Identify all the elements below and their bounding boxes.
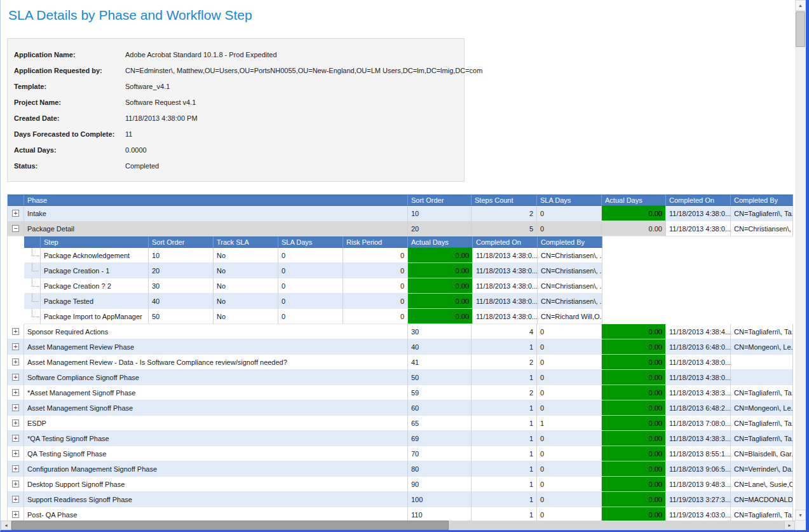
completed-on-cell: 11/18/2013 9:06:5... bbox=[666, 461, 731, 477]
sla-days-cell: 0 bbox=[537, 324, 602, 339]
sla-days-cell: 0 bbox=[537, 492, 602, 507]
actual-days-cell: 0.00 bbox=[602, 400, 666, 416]
step-col-header-step: Step bbox=[41, 236, 149, 248]
actual-days-cell: 0.00 bbox=[602, 416, 666, 431]
sort-order-cell: 65 bbox=[408, 416, 472, 431]
phase-cell: QA Testing Signoff Phase bbox=[24, 446, 408, 461]
phase-row: +Post- QA Phase110100.0011/19/2013 4:03:… bbox=[8, 507, 793, 521]
completed-by-cell: CN=Christiansen\, ... bbox=[731, 221, 793, 236]
vertical-scrollbar[interactable]: ▲ ▼ bbox=[795, 0, 806, 521]
sort-order-cell: 50 bbox=[408, 370, 472, 385]
phase-row: +Asset Management Review - Data - Is Sof… bbox=[8, 355, 793, 370]
sort-order-cell: 110 bbox=[408, 507, 472, 521]
sort-order-cell: 20 bbox=[149, 263, 214, 278]
sort-order-cell: 30 bbox=[149, 278, 214, 294]
horizontal-scroll-thumb[interactable] bbox=[11, 521, 449, 530]
tree-line-icon bbox=[32, 278, 39, 287]
step-row: Package Acknowledgement10No000.0011/18/2… bbox=[24, 248, 602, 263]
scroll-down-button[interactable]: ▼ bbox=[795, 510, 806, 521]
phase-row: +ESDP65110.0011/18/2013 7:08:0...CN=Tagl… bbox=[8, 416, 793, 431]
track-sla-cell: No bbox=[214, 278, 278, 294]
horizontal-scrollbar[interactable]: ◄ ► bbox=[1, 521, 795, 530]
expand-icon[interactable]: + bbox=[12, 496, 19, 503]
sort-order-cell: 50 bbox=[149, 309, 214, 324]
expand-cell: + bbox=[8, 355, 24, 370]
info-value: Software_v4.1 bbox=[125, 83, 170, 90]
sla-days-cell: 0 bbox=[537, 461, 602, 477]
info-value: Software Request v4.1 bbox=[125, 99, 196, 106]
sla-days-cell: 1 bbox=[537, 416, 602, 431]
step-col-header-actual-days: Actual Days bbox=[408, 236, 473, 248]
sla-days-cell: 0 bbox=[278, 294, 343, 309]
report-content: SLA Details by Phase and Workflow Step A… bbox=[1, 0, 795, 521]
tree-connector-cell bbox=[24, 248, 41, 263]
phase-row: +Sponsor Required Actions30400.0011/18/2… bbox=[8, 324, 793, 339]
expand-icon[interactable]: + bbox=[12, 389, 19, 396]
phase-row: +Intake10200.0011/18/2013 4:38:0...CN=Ta… bbox=[8, 206, 793, 221]
expand-icon[interactable]: + bbox=[12, 358, 19, 365]
steps-count-cell: 2 bbox=[472, 355, 537, 370]
expand-icon[interactable]: + bbox=[12, 328, 19, 335]
completed-on-cell: 11/18/2013 4:38:0... bbox=[666, 355, 731, 370]
phase-row: +Software Compliance Signoff Phase50100.… bbox=[8, 370, 793, 385]
expand-cell: + bbox=[8, 339, 24, 355]
phase-row: +Asset Management Review Phase40100.0011… bbox=[8, 339, 793, 355]
expand-icon[interactable]: + bbox=[12, 450, 19, 457]
completed-on-cell: 11/18/2013 4:38:0... bbox=[666, 221, 731, 236]
phase-table: PhaseSort OrderSteps CountSLA DaysActual… bbox=[7, 194, 793, 521]
steps-count-cell: 1 bbox=[472, 492, 537, 507]
sla-days-cell: 0 bbox=[537, 400, 602, 416]
tree-line-icon bbox=[32, 309, 39, 317]
steps-count-cell: 1 bbox=[472, 431, 537, 446]
expand-icon[interactable]: + bbox=[12, 481, 19, 488]
completed-on-cell: 11/18/2013 4:38:0... bbox=[473, 248, 538, 263]
col-header-expand bbox=[8, 194, 24, 206]
risk-period-cell: 0 bbox=[343, 248, 408, 263]
info-label: Actual Days: bbox=[14, 146, 118, 154]
tree-line-icon bbox=[32, 294, 39, 302]
info-value: 0.0000 bbox=[125, 146, 147, 154]
info-value: Completed bbox=[125, 162, 159, 170]
page-title: SLA Details by Phase and Workflow Step bbox=[8, 8, 795, 23]
sla-days-cell: 0 bbox=[537, 431, 602, 446]
collapse-icon[interactable]: − bbox=[12, 225, 19, 232]
info-row: Status:Completed bbox=[14, 158, 458, 174]
sla-days-cell: 0 bbox=[278, 263, 343, 278]
expand-icon[interactable]: + bbox=[12, 374, 19, 381]
expand-icon[interactable]: + bbox=[12, 465, 19, 472]
steps-count-cell: 1 bbox=[472, 446, 537, 461]
expand-cell: + bbox=[8, 416, 24, 431]
scroll-up-button[interactable]: ▲ bbox=[795, 0, 806, 11]
info-row: Actual Days:0.0000 bbox=[14, 142, 458, 158]
actual-days-cell: 0.00 bbox=[602, 477, 666, 492]
step-table-header: StepSort OrderTrack SLASLA DaysRisk Peri… bbox=[24, 236, 602, 248]
completed-by-cell: CN=Mongeon\, Le... bbox=[731, 339, 793, 355]
phase-cell: Asset Management Review Phase bbox=[24, 339, 408, 355]
scroll-right-icon: ► bbox=[787, 523, 792, 528]
actual-days-cell: 0.00 bbox=[602, 385, 666, 400]
completed-on-cell: 11/18/2013 4:38:0... bbox=[666, 206, 731, 221]
scroll-left-button[interactable]: ◄ bbox=[1, 521, 11, 530]
expand-icon[interactable]: + bbox=[12, 511, 19, 518]
info-value: Adobe Acrobat Standard 10.1.8 - Prod Exp… bbox=[125, 51, 277, 58]
steps-count-cell: 5 bbox=[472, 221, 537, 236]
completed-by-cell bbox=[731, 370, 793, 385]
actual-days-cell: 0.00 bbox=[602, 324, 666, 339]
completed-on-cell: 11/18/2013 9:48:3... bbox=[666, 477, 731, 492]
risk-period-cell: 0 bbox=[343, 294, 408, 309]
info-value: 11/18/2013 4:38:00 PM bbox=[125, 114, 198, 122]
expand-icon[interactable]: + bbox=[12, 419, 19, 426]
expand-icon[interactable]: + bbox=[12, 435, 19, 442]
expand-icon[interactable]: + bbox=[12, 210, 19, 217]
expand-icon[interactable]: + bbox=[12, 343, 19, 350]
expand-icon[interactable]: + bbox=[12, 404, 19, 411]
vertical-scroll-thumb[interactable] bbox=[796, 11, 805, 47]
sort-order-cell: 60 bbox=[408, 400, 472, 416]
actual-days-cell: 0.00 bbox=[602, 221, 666, 236]
phase-cell: Support Readiness Signoff Phase bbox=[24, 492, 408, 507]
scroll-right-button[interactable]: ► bbox=[784, 521, 795, 530]
sort-order-cell: 41 bbox=[408, 355, 472, 370]
expand-cell: + bbox=[8, 206, 24, 221]
phase-cell: Software Compliance Signoff Phase bbox=[24, 370, 408, 385]
expand-cell: + bbox=[8, 446, 24, 461]
